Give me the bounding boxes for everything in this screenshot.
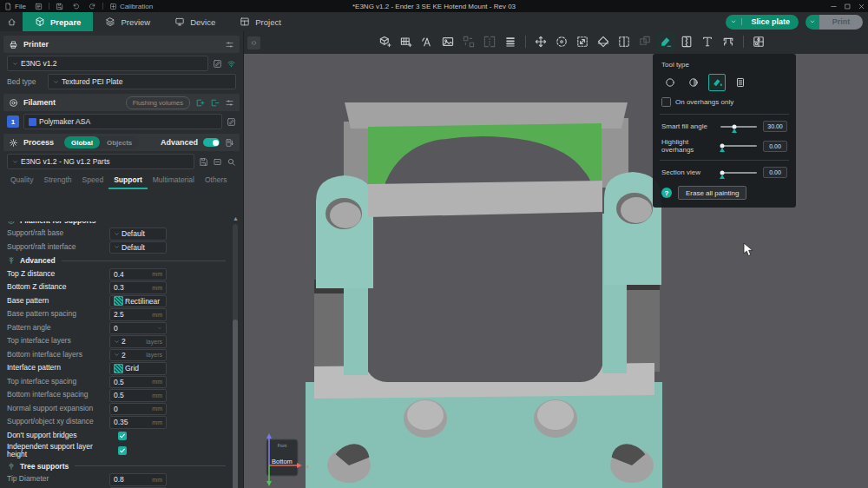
wifi-icon[interactable]: [227, 59, 236, 69]
setting-select[interactable]: 2layers: [109, 349, 167, 362]
edit-printer-icon[interactable]: [213, 59, 222, 69]
toolbar-support-painting-button[interactable]: [656, 32, 675, 51]
minimize-button[interactable]: [826, 0, 840, 12]
maximize-button[interactable]: [840, 0, 854, 12]
slider-value-input[interactable]: 0.00: [763, 141, 787, 152]
file-menu[interactable]: File: [0, 0, 30, 12]
model-hotend-mount[interactable]: [304, 96, 664, 488]
print-options-dropdown[interactable]: [806, 15, 819, 30]
orientation-gizmo[interactable]: Front Bottom x: [253, 427, 313, 488]
toolbar-assembly-view-button[interactable]: [749, 32, 768, 51]
slice-options-dropdown[interactable]: [726, 18, 742, 25]
tab-prepare[interactable]: Prepare: [23, 12, 93, 31]
toolbar-move-button[interactable]: [531, 32, 550, 51]
viewport-3d[interactable]: Tool type On overhangs only Smart fill a…: [244, 31, 868, 488]
setting-label: Support/raft interface: [7, 243, 109, 252]
tab-preview[interactable]: Preview: [93, 12, 162, 31]
filament-select[interactable]: Polymaker ASA: [23, 114, 222, 129]
toolbar-split-button[interactable]: [615, 32, 634, 51]
setting-select[interactable]: Default: [109, 241, 167, 254]
setting-input[interactable]: 0.8mm: [109, 473, 167, 486]
toolbar-scale-button[interactable]: [573, 32, 592, 51]
filament-slot-badge[interactable]: 1: [7, 115, 19, 128]
setting-input[interactable]: 0.35mm: [109, 416, 167, 429]
assembly-view-icon: [752, 35, 766, 49]
advanced-toggle[interactable]: [203, 138, 220, 147]
add-filament-icon[interactable]: [195, 98, 205, 108]
save-icon: [56, 3, 63, 10]
process-tab-strength[interactable]: Strength: [38, 174, 76, 189]
sort-params-icon[interactable]: [225, 138, 234, 148]
toolbar-seam-painting-button[interactable]: [677, 32, 696, 51]
filament-settings-icon[interactable]: [225, 98, 234, 108]
edit-presets-button[interactable]: [30, 0, 47, 12]
toolbar-cut-button[interactable]: [594, 32, 613, 51]
erase-all-painting-button[interactable]: Erase all painting: [678, 186, 746, 200]
setting-select[interactable]: Default: [109, 228, 167, 241]
setting-input[interactable]: 0.5mm: [109, 389, 167, 402]
toolbar-variable-layer-height-button[interactable]: [501, 32, 520, 51]
process-tab-others[interactable]: Others: [200, 174, 233, 189]
setting-input[interactable]: 0.3mm: [109, 281, 167, 294]
setting-input[interactable]: 0.4mm: [109, 268, 167, 281]
slider-value-input[interactable]: 0.00: [763, 167, 787, 178]
printer-settings-icon[interactable]: [225, 40, 234, 49]
close-button[interactable]: [854, 0, 868, 12]
edit-filament-icon[interactable]: [227, 117, 236, 127]
process-preset-select[interactable]: E3NG v1.2 - NG v1.2 Parts: [7, 154, 194, 169]
bed-type-select[interactable]: Textured PEI Plate: [48, 74, 236, 89]
process-tab-multimaterial[interactable]: Multimaterial: [148, 174, 200, 189]
scrollbar-thumb[interactable]: [233, 320, 238, 488]
setting-input[interactable]: 0: [109, 322, 167, 335]
measure-icon: [721, 35, 735, 49]
on-overhangs-only-option[interactable]: On overhangs only: [661, 97, 787, 107]
scope-global-tab[interactable]: Global: [64, 136, 100, 148]
slider-track[interactable]: [720, 172, 757, 174]
process-tab-quality[interactable]: Quality: [5, 174, 38, 189]
setting-input[interactable]: 0.5mm: [109, 376, 167, 389]
paint-tool-sphere-button[interactable]: [685, 74, 702, 91]
remove-filament-icon[interactable]: [210, 98, 220, 108]
toolbar-rotate-button[interactable]: [552, 32, 571, 51]
toolbar-add-plate-button[interactable]: [397, 32, 416, 51]
setting-input[interactable]: Grid: [109, 362, 167, 375]
process-tab-support[interactable]: Support: [108, 174, 148, 189]
toolbar-add-object-button[interactable]: [376, 32, 395, 51]
paint-tool-fill-button[interactable]: [708, 74, 726, 91]
slice-plate-button[interactable]: Slice plate: [726, 15, 799, 30]
paint-tool-circle-button[interactable]: [661, 74, 679, 91]
toolbar-text-button[interactable]: [698, 32, 717, 51]
search-params-icon[interactable]: [227, 157, 236, 167]
calibration-menu[interactable]: Calibration: [105, 0, 157, 12]
undo-button[interactable]: [68, 0, 84, 12]
scroll-up-arrow[interactable]: ▲: [233, 215, 239, 221]
scope-objects-tab[interactable]: Objects: [100, 136, 139, 148]
toolbar-auto-orient-button[interactable]: [418, 32, 437, 51]
collapse-sidebar-button[interactable]: [247, 36, 260, 49]
home-button[interactable]: [0, 12, 23, 31]
printer-preset-select[interactable]: E3NG v1.2: [7, 56, 208, 71]
setting-input[interactable]: Rectilinear: [109, 295, 167, 308]
setting-input[interactable]: 2.5mm: [109, 308, 167, 321]
setting-checkbox[interactable]: [118, 432, 127, 440]
slider-value-input[interactable]: 30.00: [763, 121, 787, 132]
save-preset-icon[interactable]: [199, 157, 208, 167]
setting-select[interactable]: 2layers: [109, 335, 167, 348]
toolbar-measure-button[interactable]: [719, 32, 738, 51]
print-button[interactable]: Print: [819, 15, 863, 30]
setting-checkbox[interactable]: [118, 446, 127, 455]
tab-device[interactable]: Device: [162, 12, 227, 31]
slider-track[interactable]: [720, 145, 757, 147]
paint-tool-gap-fill-button[interactable]: [732, 74, 749, 91]
flushing-volumes-button[interactable]: Flushing volumes: [126, 96, 190, 109]
process-tab-speed[interactable]: Speed: [77, 174, 109, 189]
toolbar-arrange-button[interactable]: [438, 32, 457, 51]
save-button[interactable]: [51, 0, 68, 12]
tab-project[interactable]: Project: [227, 12, 293, 31]
slider-track[interactable]: [720, 126, 757, 128]
setting-input[interactable]: 0mm: [109, 403, 167, 416]
redo-button[interactable]: [84, 0, 101, 12]
help-button[interactable]: ?: [661, 188, 672, 198]
collapse-params-icon[interactable]: [213, 157, 222, 167]
on-overhangs-checkbox[interactable]: [661, 97, 671, 107]
